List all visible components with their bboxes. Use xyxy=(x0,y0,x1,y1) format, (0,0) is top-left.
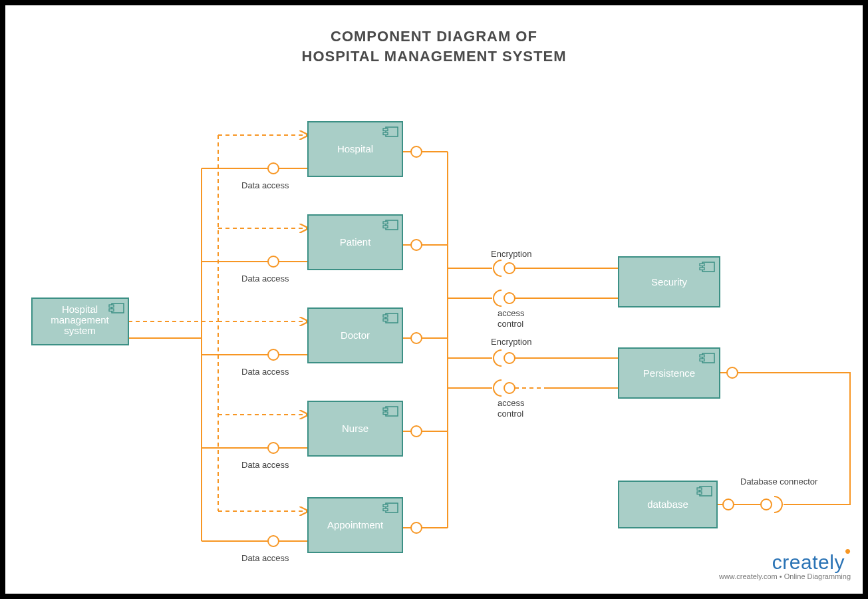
svg-point-8 xyxy=(411,146,422,157)
component-appointment: Appointment xyxy=(308,498,402,552)
diagram-canvas: Data access Data access Data access Data… xyxy=(5,5,863,594)
label-encryption-2: Encryption xyxy=(491,337,531,347)
right-ball-appointment xyxy=(402,522,448,533)
diagram-frame: COMPONENT DIAGRAM OF HOSPITAL MANAGEMENT… xyxy=(5,5,863,594)
component-persistence: Persistence xyxy=(619,348,720,398)
svg-point-14 xyxy=(504,293,515,303)
interface-persistence-out xyxy=(717,367,850,512)
component-patient: Patient xyxy=(308,215,402,270)
component-doctor: Doctor xyxy=(308,308,402,363)
svg-text:Doctor: Doctor xyxy=(341,329,370,341)
svg-point-4 xyxy=(268,256,279,267)
interface-access-control-security xyxy=(448,290,619,306)
svg-point-12 xyxy=(411,522,422,533)
svg-text:Appointment: Appointment xyxy=(327,519,384,530)
lollipop-data-access-patient xyxy=(202,256,308,267)
label-encryption-1: Encryption xyxy=(491,249,531,259)
label-access-2b: control xyxy=(498,409,523,419)
svg-text:Patient: Patient xyxy=(340,236,372,248)
brand-name: creately xyxy=(772,551,845,573)
svg-point-17 xyxy=(727,367,738,378)
brand-dot-icon: • xyxy=(845,541,851,561)
interface-encryption-persistence xyxy=(448,350,619,366)
label-db-connector: Database connector xyxy=(740,477,818,487)
svg-text:Security: Security xyxy=(651,276,688,288)
label-access-1b: control xyxy=(498,319,523,329)
label-data-access-5: Data access xyxy=(241,553,289,563)
component-root-line3: system xyxy=(64,325,96,336)
right-ball-patient xyxy=(402,240,448,250)
lollipop-data-access-appointment xyxy=(202,536,308,546)
svg-point-3 xyxy=(268,163,279,174)
svg-point-7 xyxy=(268,536,279,546)
label-access-1a: access xyxy=(498,308,525,318)
interface-encryption-security xyxy=(448,260,619,276)
svg-point-9 xyxy=(411,240,422,250)
svg-point-13 xyxy=(504,263,515,274)
label-data-access-4: Data access xyxy=(241,460,289,470)
label-access-2a: access xyxy=(498,398,525,408)
data-access-bus xyxy=(128,338,202,541)
component-nurse: Nurse xyxy=(308,401,402,456)
svg-point-6 xyxy=(268,443,279,453)
svg-text:database: database xyxy=(647,499,688,510)
svg-point-10 xyxy=(411,333,422,343)
right-ball-nurse xyxy=(402,426,448,437)
footer-brand: creately• www.creately.com • Online Diag… xyxy=(719,551,851,580)
brand-subtitle: www.creately.com • Online Diagramming xyxy=(719,572,851,580)
component-hospital: Hospital xyxy=(308,122,402,176)
svg-text:Hospital: Hospital xyxy=(337,143,373,154)
svg-text:Nurse: Nurse xyxy=(342,423,368,434)
svg-point-16 xyxy=(504,383,515,393)
label-data-access-1: Data access xyxy=(241,180,289,190)
interface-access-control-persistence xyxy=(448,380,619,396)
component-security: Security xyxy=(619,257,720,307)
svg-text:Persistence: Persistence xyxy=(643,367,695,379)
svg-point-15 xyxy=(504,353,515,363)
right-ball-hospital xyxy=(402,146,448,157)
label-data-access-2: Data access xyxy=(241,274,289,284)
component-root-line2: management xyxy=(51,314,109,325)
component-root: Hospitalmanagementsystem xyxy=(32,298,128,345)
svg-point-19 xyxy=(723,499,734,510)
component-database: database xyxy=(619,481,717,528)
component-root-line1: Hospital xyxy=(62,303,98,315)
svg-point-11 xyxy=(411,426,422,437)
right-ball-doctor xyxy=(402,333,448,343)
svg-point-5 xyxy=(268,349,279,360)
svg-point-18 xyxy=(761,499,772,510)
label-data-access-3: Data access xyxy=(241,367,289,377)
